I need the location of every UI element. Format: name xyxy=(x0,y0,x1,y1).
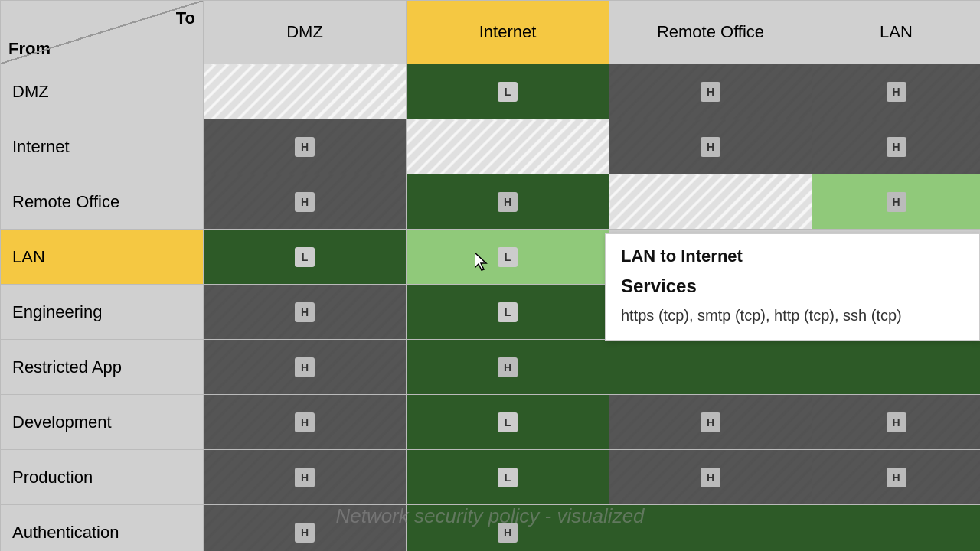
row-label-dmz: DMZ xyxy=(1,64,204,119)
cell-prod-internet[interactable]: L xyxy=(407,450,609,505)
badge-H: H xyxy=(701,137,720,157)
badge-L: L xyxy=(295,247,315,267)
badge-H: H xyxy=(295,468,315,487)
cell-internet-internet[interactable] xyxy=(407,119,609,174)
cell-auth-internet[interactable]: H xyxy=(407,505,609,552)
cell-remote-internet[interactable]: H xyxy=(407,174,609,230)
badge-H: H xyxy=(701,468,720,487)
badge-H: H xyxy=(295,412,315,432)
badge-L: L xyxy=(498,412,518,432)
table-row: DMZ L H H xyxy=(1,64,981,119)
cell-res-dmz[interactable]: H xyxy=(204,340,407,395)
row-label-auth: Authentication xyxy=(1,505,204,552)
from-label: From xyxy=(8,39,51,59)
cell-dmz-remote[interactable]: H xyxy=(609,64,812,119)
badge-H: H xyxy=(295,192,315,212)
cell-remote-dmz[interactable]: H xyxy=(204,174,407,230)
grid-container: To From DMZ Internet Remote Office LAN xyxy=(0,0,980,551)
badge-H: H xyxy=(887,192,906,212)
badge-H: H xyxy=(887,82,906,102)
row-label-internet: Internet xyxy=(1,119,204,174)
header-from-to: To From xyxy=(1,1,204,64)
cell-dev-internet[interactable]: L xyxy=(407,395,609,450)
cell-dev-lan[interactable]: H xyxy=(812,395,981,450)
badge-H: H xyxy=(498,357,518,377)
row-label-lan: LAN xyxy=(1,230,204,285)
to-label: To xyxy=(176,8,195,28)
cell-internet-remote[interactable]: H xyxy=(609,119,812,174)
col-header-lan: LAN xyxy=(812,1,981,64)
cell-lan-dmz[interactable]: L xyxy=(204,230,407,285)
table-row: Authentication H H xyxy=(1,505,981,552)
badge-H: H xyxy=(498,192,518,212)
row-label-development: Development xyxy=(1,395,204,450)
badge-H: H xyxy=(887,137,906,157)
cell-eng-internet[interactable]: L xyxy=(407,285,609,340)
cell-auth-remote[interactable] xyxy=(609,505,812,552)
badge-H: H xyxy=(887,468,906,487)
table-row: Development H L H H xyxy=(1,395,981,450)
badge-H: H xyxy=(295,137,315,157)
badge-H: H xyxy=(295,357,315,377)
col-header-dmz: DMZ xyxy=(204,1,407,64)
tooltip-title: LAN to Internet xyxy=(621,246,964,266)
badge-H: H xyxy=(295,523,315,543)
cell-prod-lan[interactable]: H xyxy=(812,450,981,505)
cell-res-remote[interactable] xyxy=(609,340,812,395)
cell-internet-dmz[interactable]: H xyxy=(204,119,407,174)
badge-H: H xyxy=(887,412,906,432)
cell-auth-lan[interactable] xyxy=(812,505,981,552)
cell-eng-dmz[interactable]: H xyxy=(204,285,407,340)
cell-res-internet[interactable]: H xyxy=(407,340,609,395)
row-label-production: Production xyxy=(1,450,204,505)
cell-auth-dmz[interactable]: H xyxy=(204,505,407,552)
cell-dmz-dmz[interactable] xyxy=(204,64,407,119)
badge-H: H xyxy=(498,523,518,543)
cell-prod-remote[interactable]: H xyxy=(609,450,812,505)
table-row: Internet H H H xyxy=(1,119,981,174)
cell-prod-dmz[interactable]: H xyxy=(204,450,407,505)
cell-res-lan[interactable] xyxy=(812,340,981,395)
badge-L: L xyxy=(498,82,518,102)
col-header-internet: Internet xyxy=(407,1,609,64)
cell-dev-dmz[interactable]: H xyxy=(204,395,407,450)
tooltip-services-label: Services xyxy=(621,276,964,297)
table-row: Restricted App H H xyxy=(1,340,981,395)
tooltip-services: https (tcp), smtp (tcp), http (tcp), ssh… xyxy=(621,303,964,328)
table-row: Production H L H H xyxy=(1,450,981,505)
badge-H: H xyxy=(701,82,720,102)
row-label-restricted: Restricted App xyxy=(1,340,204,395)
row-label-engineering: Engineering xyxy=(1,285,204,340)
badge-L: L xyxy=(498,468,518,487)
cell-dev-remote[interactable]: H xyxy=(609,395,812,450)
tooltip-popup: LAN to Internet Services https (tcp), sm… xyxy=(605,233,980,341)
cell-lan-internet[interactable]: L xyxy=(407,230,609,285)
cell-internet-lan[interactable]: H xyxy=(812,119,981,174)
col-header-remote: Remote Office xyxy=(609,1,812,64)
cell-dmz-internet[interactable]: L xyxy=(407,64,609,119)
badge-L: L xyxy=(498,302,518,322)
badge-H: H xyxy=(701,412,720,432)
badge-L: L xyxy=(498,247,518,267)
row-label-remote: Remote Office xyxy=(1,174,204,230)
cell-dmz-lan[interactable]: H xyxy=(812,64,981,119)
badge-H: H xyxy=(295,302,315,322)
cell-remote-remote[interactable] xyxy=(609,174,812,230)
table-row: Remote Office H H H xyxy=(1,174,981,230)
cell-remote-lan[interactable]: H xyxy=(812,174,981,230)
